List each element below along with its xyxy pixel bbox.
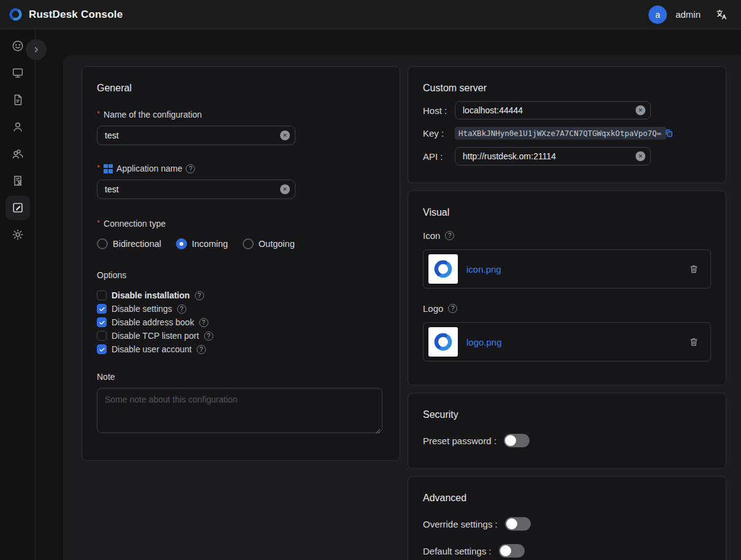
- icon-file-link[interactable]: icon.png: [466, 264, 501, 274]
- checkbox-disable-settings[interactable]: Disable settings ?: [97, 302, 385, 316]
- logo-thumbnail: [428, 327, 458, 357]
- app-name-input[interactable]: [97, 180, 295, 199]
- required-mark: *: [97, 109, 100, 118]
- connection-type-group: Bidirectional Incoming Outgoing: [97, 238, 385, 249]
- document-user-icon: [11, 174, 25, 187]
- checkbox-icon[interactable]: [97, 304, 107, 314]
- sidebar-item-users[interactable]: [6, 115, 30, 139]
- sidebar-item-devices[interactable]: [6, 61, 30, 85]
- advanced-card: Advanced Override settings : Default set…: [408, 476, 726, 560]
- help-icon[interactable]: ?: [195, 291, 204, 300]
- logo-file-row: logo.png: [423, 322, 711, 361]
- api-label: API :: [423, 151, 455, 162]
- logo-file-link[interactable]: logo.png: [466, 337, 502, 347]
- config-name-input[interactable]: [97, 126, 295, 145]
- advanced-title: Advanced: [423, 493, 711, 504]
- sidebar-item-address-books[interactable]: [6, 168, 30, 193]
- radio-icon[interactable]: [243, 238, 254, 249]
- default-settings-label: Default settings :: [423, 546, 492, 556]
- host-label: Host :: [423, 105, 455, 116]
- security-card: Security Preset password :: [408, 393, 726, 469]
- help-icon[interactable]: ?: [177, 305, 186, 314]
- user-icon: [11, 120, 25, 134]
- options-label: Options: [97, 270, 385, 280]
- checkbox-icon[interactable]: [97, 344, 107, 354]
- help-icon[interactable]: ?: [186, 164, 195, 173]
- radio-icon[interactable]: [97, 238, 108, 249]
- smiley-icon: [11, 39, 25, 53]
- help-icon[interactable]: ?: [448, 304, 457, 313]
- override-settings-toggle[interactable]: [505, 517, 531, 531]
- main-panel: General * Name of the configuration ✕ * …: [63, 55, 741, 560]
- key-label: Key :: [423, 128, 455, 138]
- clear-icon[interactable]: ✕: [280, 131, 290, 140]
- rustdesk-logo-icon: [7, 6, 24, 23]
- preset-password-toggle[interactable]: [504, 434, 530, 447]
- checkbox-disable-installation[interactable]: Disable installation ?: [97, 289, 385, 302]
- visual-card: Visual Icon ? icon.png: [408, 191, 726, 385]
- note-textarea[interactable]: [97, 388, 382, 433]
- custom-server-card: Custom server Host : ✕ Key : HtaXBkJNHyn…: [408, 66, 726, 183]
- icon-label: Icon: [423, 230, 440, 241]
- trash-icon[interactable]: [688, 336, 699, 347]
- checkbox-icon[interactable]: [97, 317, 107, 327]
- gear-icon: [11, 228, 25, 241]
- sidebar: [0, 29, 36, 560]
- default-settings-toggle[interactable]: [499, 544, 525, 558]
- app-title: RustDesk Console: [29, 9, 123, 21]
- sidebar-item-settings[interactable]: [6, 222, 30, 247]
- radio-bidirectional[interactable]: Bidirectional: [97, 238, 161, 249]
- windows-icon: [104, 164, 113, 173]
- host-input[interactable]: [455, 101, 651, 119]
- checkbox-icon[interactable]: [97, 331, 107, 341]
- clear-icon[interactable]: ✕: [636, 105, 645, 115]
- radio-outgoing[interactable]: Outgoing: [243, 238, 295, 249]
- users-icon: [11, 147, 25, 161]
- radio-icon[interactable]: [176, 238, 187, 249]
- preset-password-label: Preset password :: [423, 436, 496, 446]
- general-title: General: [97, 83, 385, 94]
- brand: RustDesk Console: [7, 6, 123, 23]
- checkbox-disable-address-book[interactable]: Disable address book ?: [97, 316, 385, 329]
- chevron-right-icon: [31, 45, 41, 55]
- help-icon[interactable]: ?: [197, 345, 206, 354]
- override-settings-label: Override settings :: [423, 519, 498, 529]
- avatar[interactable]: a: [648, 6, 667, 24]
- custom-server-title: Custom server: [423, 83, 711, 94]
- required-mark: *: [97, 163, 100, 172]
- help-icon[interactable]: ?: [199, 318, 208, 327]
- config-name-label: Name of the configuration: [104, 110, 202, 119]
- general-card: General * Name of the configuration ✕ * …: [82, 66, 400, 461]
- sidebar-item-custom-clients[interactable]: [6, 195, 30, 220]
- icon-file-row: icon.png: [423, 249, 711, 289]
- top-bar: RustDesk Console a admin: [0, 0, 741, 29]
- icon-thumbnail: [428, 254, 458, 284]
- visual-title: Visual: [423, 207, 711, 218]
- trash-icon[interactable]: [688, 263, 699, 274]
- server-key-value: HtaXBkJNHyn0e1U1jWXze7A7CN7QTGWqxkOtpaVp…: [455, 127, 666, 140]
- checkbox-icon[interactable]: [97, 290, 107, 300]
- note-label: Note: [97, 372, 385, 382]
- translate-icon[interactable]: [714, 7, 729, 22]
- checkbox-disable-user-account[interactable]: Disable user account ?: [97, 342, 385, 356]
- app-name-label: Application name: [116, 164, 182, 173]
- document-icon: [11, 93, 25, 107]
- checkbox-disable-tcp-listen-port[interactable]: Disable TCP listen port ?: [97, 329, 385, 342]
- username[interactable]: admin: [675, 9, 701, 20]
- copy-icon[interactable]: [664, 129, 674, 138]
- radio-incoming[interactable]: Incoming: [176, 238, 228, 249]
- help-icon[interactable]: ?: [204, 331, 213, 341]
- content-area: General * Name of the configuration ✕ * …: [36, 29, 741, 560]
- monitor-icon: [11, 66, 25, 80]
- sidebar-expand-button[interactable]: [26, 39, 47, 60]
- clear-icon[interactable]: ✕: [636, 151, 645, 161]
- sidebar-item-audit[interactable]: [6, 88, 30, 112]
- help-icon[interactable]: ?: [445, 231, 454, 240]
- security-title: Security: [423, 409, 711, 420]
- clear-icon[interactable]: ✕: [280, 184, 290, 194]
- logo-label: Logo: [423, 303, 443, 314]
- connection-type-label: Connection type: [104, 219, 165, 229]
- required-mark: *: [97, 218, 100, 227]
- api-input[interactable]: [455, 147, 651, 165]
- sidebar-item-groups[interactable]: [6, 142, 30, 166]
